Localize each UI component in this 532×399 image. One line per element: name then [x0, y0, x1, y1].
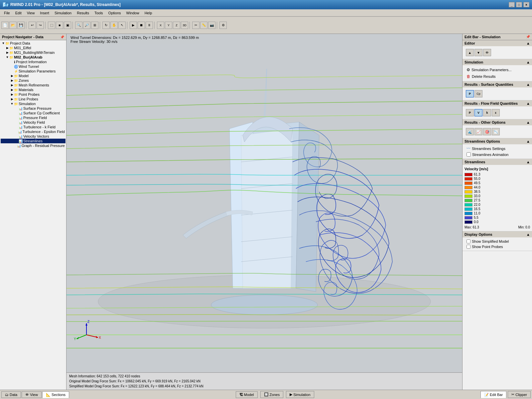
right-panel-pin[interactable]: 📌 — [526, 35, 530, 39]
toolbar-pan[interactable]: ✋ — [110, 22, 118, 29]
toolbar-zoom-out[interactable]: 🔎 — [83, 22, 90, 29]
show-simplified-model-checkbox[interactable] — [466, 239, 470, 243]
tree-m02-burj[interactable]: ▼ 📁 M02_BurjAlArab — [1, 55, 66, 60]
flow-p-btn[interactable]: P — [466, 109, 474, 116]
toolbar-run[interactable]: ▶ — [130, 22, 137, 29]
editor-up-btn[interactable]: ▲ — [466, 49, 474, 56]
tree-line-probes[interactable]: ▶ 📁 Line Probes — [1, 97, 66, 101]
maximize-button[interactable]: □ — [516, 2, 522, 7]
other-opt4[interactable]: 📉 — [492, 128, 500, 135]
streamlines-animation-btn[interactable]: Streamlines Animation — [465, 152, 530, 157]
toolbar-new[interactable]: 📄 — [1, 22, 9, 29]
tree-model[interactable]: ▶ 📁 Model — [1, 73, 66, 78]
menu-help[interactable]: Help — [142, 10, 155, 16]
minimize-button[interactable]: _ — [509, 2, 515, 7]
sim-params-btn[interactable]: ⚙ Simulation Parameters... — [465, 66, 530, 73]
flow-eps-btn[interactable]: ε — [492, 109, 500, 116]
tree-turbulence-k[interactable]: 📊 Turbulence - k Field — [1, 125, 66, 129]
tree-turbulence-eps[interactable]: 📊 Turbulence - Epsilon Field — [1, 129, 66, 134]
show-simplified-model-option[interactable]: Show Simplified Model — [465, 239, 530, 244]
toolbar-select[interactable]: ↖ — [118, 22, 126, 29]
surface-quantities-header[interactable]: Results - Surface Quantities ▲ — [463, 81, 532, 87]
toolbar-render[interactable]: ▣ — [64, 22, 71, 29]
other-opt1[interactable]: 🌊 — [466, 128, 474, 135]
toolbar-fit[interactable]: ⊞ — [91, 22, 98, 29]
toolbar-undo[interactable]: ↩ — [29, 22, 36, 29]
other-opt2[interactable]: 📈 — [474, 128, 482, 135]
streamlines-animation-checkbox[interactable] — [466, 152, 471, 157]
tree-project-info[interactable]: ℹ Project Information — [1, 60, 66, 64]
tree-sim-params[interactable]: ⚡ Simulation Parameters — [1, 69, 66, 73]
surface-cp-btn[interactable]: Cp — [474, 90, 482, 97]
toolbar-clip[interactable]: ✂ — [192, 22, 200, 29]
tree-m21-building[interactable]: ▶ 📁 M21_BuildingWithTerrain — [1, 50, 66, 55]
status-tab-simulation-bottom[interactable]: ▶ Simulation — [286, 391, 314, 398]
viewport[interactable]: Wind Tunnel Dimensions: Dx = 1522.629 m,… — [66, 34, 462, 390]
menu-results[interactable]: Results — [74, 10, 92, 16]
editor-down-btn[interactable]: ▼ — [474, 49, 482, 56]
tree-surface-cp[interactable]: 📊 Surface Cp Coefficient — [1, 111, 66, 115]
toolbar-save[interactable]: 💾 — [17, 22, 25, 29]
streamlines-options-header[interactable]: Streamlines Options ▲ — [463, 138, 532, 144]
menu-file[interactable]: File — [1, 10, 13, 16]
menu-edit[interactable]: Edit — [13, 10, 24, 16]
tree-project-data[interactable]: ▼ 📁 Project Data — [1, 41, 66, 46]
toolbar-screenshot[interactable]: 📷 — [208, 22, 215, 29]
toolbar-zoom-in[interactable]: 🔍 — [75, 22, 82, 29]
status-tab-model[interactable]: 🏗 Model — [236, 391, 258, 398]
tree-zones[interactable]: ▶ 📁 Zones — [1, 78, 66, 83]
tree-m01-eiffel[interactable]: ▶ 📁 M01_Eiffel — [1, 46, 66, 50]
status-clipper[interactable]: ✂ Clipper — [508, 391, 531, 398]
status-tab-zones[interactable]: 🔲 Zones — [260, 391, 284, 398]
tree-materials[interactable]: ▶ 📁 Materials — [1, 87, 66, 92]
toolbar-redo[interactable]: ↪ — [37, 22, 44, 29]
show-point-probes-option[interactable]: Show Point Probes — [465, 244, 530, 249]
menu-view[interactable]: View — [24, 10, 38, 16]
toolbar-wireframe[interactable]: ⬚ — [48, 22, 55, 29]
status-tab-sections[interactable]: 📐 Sections — [42, 391, 69, 398]
tree-graph-residual[interactable]: 📊 Graph - Residual Pressure — [1, 143, 66, 148]
toolbar-pause[interactable]: ⏸ — [146, 22, 153, 29]
toolbar-rotate[interactable]: ↻ — [102, 22, 110, 29]
tree-velocity-field[interactable]: 📊 Velocity Field — [1, 120, 66, 125]
nav-pin[interactable]: 📌 — [60, 35, 64, 39]
toolbar-solid[interactable]: ■ — [56, 22, 63, 29]
editor-section-header[interactable]: Editor ▲ — [463, 40, 532, 46]
editor-view-btn[interactable]: 👁 — [483, 49, 491, 56]
tree-pressure-field[interactable]: 📊 Pressure Field — [1, 115, 66, 120]
flow-field-header[interactable]: Results - Flow Field Quantities ▲ — [463, 100, 532, 106]
tree-simulation[interactable]: ▼ 📁 Simulation — [1, 101, 66, 106]
show-point-probes-checkbox[interactable] — [466, 245, 470, 249]
delete-results-btn[interactable]: 🗑 Delete Results — [465, 73, 530, 80]
menu-simulation[interactable]: Simulation — [52, 10, 74, 16]
simulation-section-header[interactable]: Simulation ▲ — [463, 59, 532, 65]
status-edit-bar[interactable]: 📝 Edit Bar — [480, 391, 506, 398]
menu-insert[interactable]: Insert — [37, 10, 52, 16]
tree-point-probes[interactable]: ▶ 📁 Point Probes — [1, 92, 66, 97]
menu-options[interactable]: Options — [106, 10, 124, 16]
tree-mesh-refinements[interactable]: ▶ 📁 Mesh Refinements — [1, 83, 66, 87]
tree-surface-pressure[interactable]: 📊 Surface Pressure — [1, 106, 66, 111]
other-opt3[interactable]: 🎯 — [483, 128, 491, 135]
status-tab-view[interactable]: 👁 View — [22, 391, 42, 398]
toolbar-open[interactable]: 📂 — [9, 22, 17, 29]
tree-wind-tunnel[interactable]: 🌀 Wind Tunnel — [1, 64, 66, 69]
tree-streamlines[interactable]: 📊 Streamlines — [1, 139, 66, 143]
close-button[interactable]: × — [523, 2, 529, 7]
other-options-header[interactable]: Results - Other Options ▲ — [463, 119, 532, 125]
toolbar-measure[interactable]: 📏 — [200, 22, 207, 29]
surface-p-btn[interactable]: P — [466, 90, 474, 97]
flow-k-btn[interactable]: k — [483, 109, 491, 116]
streamlines-legend-header[interactable]: Streamlines ▲ — [463, 159, 532, 165]
toolbar-x-view[interactable]: X — [157, 22, 164, 29]
toolbar-stop[interactable]: ⏹ — [138, 22, 145, 29]
tree-velocity-vectors[interactable]: 📊 Velocity Vectors — [1, 134, 66, 139]
menu-tools[interactable]: Tools — [92, 10, 106, 16]
menu-window[interactable]: Window — [124, 10, 142, 16]
streamlines-settings-btn[interactable]: 〰 Streamlines Settings — [465, 146, 530, 152]
toolbar-z-view[interactable]: Z — [173, 22, 180, 29]
toolbar-3d-view[interactable]: 3D — [181, 22, 188, 29]
display-options-header[interactable]: Display Options ▲ — [463, 231, 532, 237]
status-tab-data[interactable]: 🗂 Data — [1, 391, 21, 398]
toolbar-y-view[interactable]: Y — [165, 22, 172, 29]
